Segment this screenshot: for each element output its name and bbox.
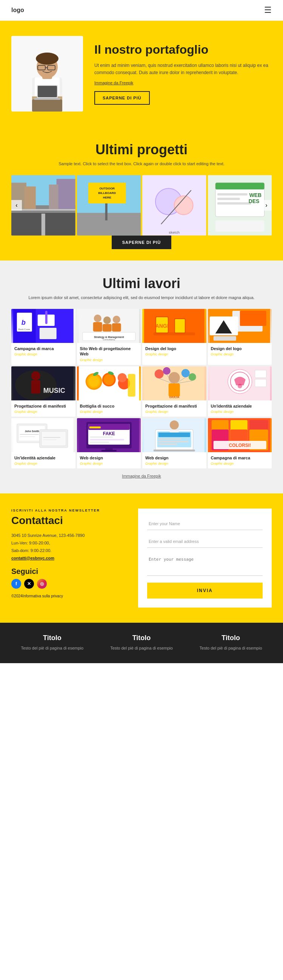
svg-rect-13 [34,98,60,100]
svg-point-7 [36,52,58,65]
svg-rect-96 [169,383,180,397]
carousel-images: OUTDOOR BILLBOARD HERE sketch [11,175,272,235]
svg-rect-117 [20,436,35,437]
svg-rect-41 [217,202,251,205]
progetti-more-button[interactable]: SAPERNE DI PIÙ [112,235,172,249]
lavori-item-1-title: Campagna di marca [14,346,73,351]
lavori-item-2[interactable]: Strategy & Management Consultancy Sito W… [77,309,141,365]
lavori-thumb-10: FAKE [77,418,141,452]
lavori-item-11-title: Web design [145,455,203,460]
svg-text:MUSIC: MUSIC [43,387,65,395]
progetti-subtitle: Sample text. Click to select the text bo… [11,161,272,166]
lavori-grid-row-3: John Smith Un'identità aziendale Graphic… [11,418,272,468]
svg-rect-19 [25,186,36,209]
svg-rect-39 [217,193,247,196]
svg-rect-121 [43,439,57,440]
lavori-item-9-title: Un'identità aziendale [14,455,73,460]
hamburger-menu-icon[interactable]: ☰ [264,5,272,15]
carousel-right-button[interactable]: › [261,200,272,211]
lavori-item-1-sub: Graphic design [14,352,73,356]
lavori-item-11[interactable]: Web design Graphic design [142,418,206,468]
lavori-item-4-title: Design del logo [211,346,269,351]
svg-rect-51 [40,328,57,339]
lavori-item-3[interactable]: ORANGINA Design del logo Graphic design [142,309,206,365]
lavori-item-7-sub: Graphic design [145,410,203,414]
hero-title: Il nostro portafoglio [94,43,272,57]
svg-rect-38 [215,183,264,189]
lavori-thumb-9: John Smith [11,418,76,452]
svg-rect-129 [90,439,124,441]
svg-text:COLORSI!: COLORSI! [229,443,251,448]
lavori-grid-row-2: MUSIC Progettazione di manifesti Graphic… [11,366,272,417]
lavori-item-11-sub: Graphic design [145,461,203,465]
person-illustration [11,36,83,111]
lavori-item-5[interactable]: MUSIC Progettazione di manifesti Graphic… [11,366,76,417]
form-submit-button[interactable]: INVIA [147,582,262,598]
form-name-input[interactable] [147,518,262,530]
footer-title-2: Titolo [101,634,183,642]
svg-rect-57 [102,324,111,332]
svg-rect-116 [20,434,39,435]
svg-rect-20 [57,179,76,209]
svg-rect-69 [153,332,195,336]
progetti-section: Ultimi progetti Sample text. Click to se… [0,127,283,261]
twitter-icon[interactable]: ✕ [24,579,34,589]
svg-rect-120 [43,437,60,438]
lavori-item-7-title: Progettazione di manifesti [145,403,203,409]
lavori-freepik-credit: Immagine da Freepik [11,474,272,478]
lavori-item-10-sub: Graphic design [80,461,138,465]
lavori-item-6[interactable]: Bottiglia di succo Graphic design [77,366,141,417]
carousel-image-3: sketch [142,175,206,235]
instagram-icon[interactable]: ◎ [37,579,47,589]
lavori-item-3-sub: Graphic design [145,352,203,356]
hero-cta-button[interactable]: SAPERNE DI PIÙ [94,91,150,105]
hero-content: Il nostro portafoglio Ut enim ad minim v… [94,43,272,104]
lavori-item-3-title: Design del logo [145,346,203,351]
svg-point-88 [103,374,114,385]
lavori-item-9-sub: Graphic design [14,461,73,465]
carousel-left-button[interactable]: ‹ [11,200,22,211]
svg-rect-119 [41,431,66,446]
form-message-input[interactable] [147,553,262,576]
freepik-link[interactable]: Immagine da Freepik [122,474,161,478]
footer-col-1: Titolo Testo del piè di pagina di esempi… [11,634,93,652]
hero-image-credit[interactable]: Immagine da Freepik [94,81,272,85]
lavori-item-9[interactable]: John Smith Un'identità aziendale Graphic… [11,418,76,468]
lavori-thumb-2: Strategy & Management Consultancy [77,309,141,343]
lavori-item-7[interactable]: GIULIA Progettazione di manifesti Graphi… [142,366,206,417]
lavori-item-8[interactable]: Un'identità aziendale Graphic design [208,366,272,417]
svg-text:BILLBOARD: BILLBOARD [98,191,116,195]
svg-text:WEB: WEB [249,192,261,198]
svg-point-109 [237,384,242,388]
svg-rect-93 [128,374,135,397]
facebook-icon[interactable]: f [11,579,21,589]
svg-text:Book Cover: Book Cover [19,328,30,331]
lavori-item-10[interactable]: FAKE Web design Graphic design [77,418,141,468]
lavori-item-4[interactable]: A Design del logo Graphic design [208,309,272,365]
contact-email[interactable]: contatti@esbnyc.com [11,556,54,560]
lavori-item-12-sub: Graphic design [211,461,269,465]
svg-rect-23 [41,214,45,235]
svg-text:FAKE: FAKE [103,431,115,436]
lavori-item-2-title: Sito Web di progettazione Web [80,346,138,357]
lavori-thumb-4: A [208,309,272,343]
lavori-thumb-5: MUSIC [11,366,76,400]
svg-text:b: b [22,319,26,326]
carousel: ‹ [11,175,272,235]
lavori-item-5-sub: Graphic design [14,410,73,414]
svg-rect-75 [213,336,236,340]
svg-point-97 [155,369,164,379]
lavori-section: Ultimi lavori Lorem ipsum dolor sit amet… [0,261,283,493]
svg-rect-81 [31,380,40,394]
form-email-input[interactable] [147,535,262,548]
lavori-thumb-6 [77,366,141,400]
lavori-item-12[interactable]: COLORSI! Campagna di marca Graphic desig… [208,418,272,468]
footer-text-1: Testo del piè di pagina di esempio [11,645,93,652]
contact-form: INVIA [138,509,272,608]
lavori-thumb-1: b Book Cover [11,309,76,343]
lavori-thumb-8 [208,366,272,400]
svg-rect-130 [90,442,109,443]
svg-point-54 [93,315,101,322]
lavori-item-1[interactable]: b Book Cover Campagna di marca Graphic d… [11,309,76,365]
svg-rect-142 [153,450,195,452]
